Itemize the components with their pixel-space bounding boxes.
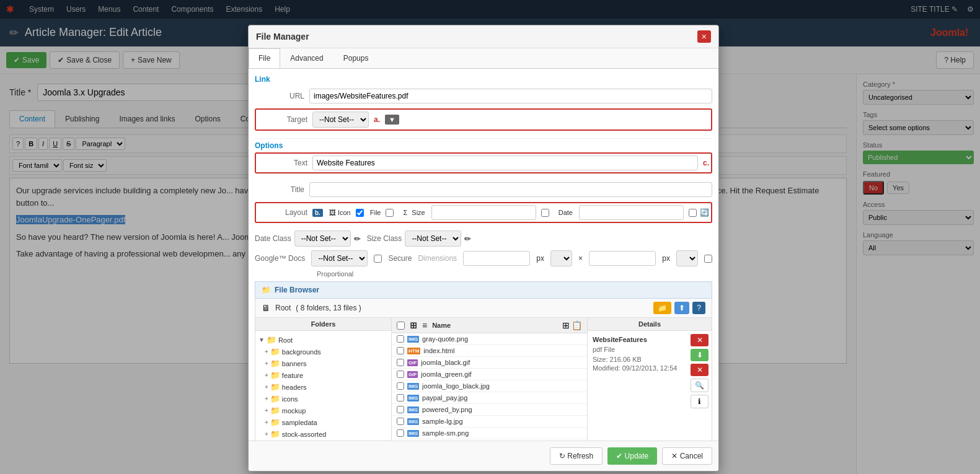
files-panel: ⊞ ≡ Name ⊞ 📋 IMG gray-quote.png xyxy=(392,318,588,441)
secure-checkbox[interactable] xyxy=(374,255,382,263)
layout-icon-btn-1[interactable]: 🔄 xyxy=(700,208,709,217)
list-item[interactable]: IMG gray-quote.png xyxy=(392,333,587,345)
list-item[interactable]: + 📁 sampledata xyxy=(258,416,388,428)
secure-label: Secure xyxy=(388,254,412,263)
select-all-checkbox[interactable] xyxy=(397,322,405,330)
file-browser-header[interactable]: 📁 File Browser xyxy=(255,281,712,299)
list-item[interactable]: + 📁 icons xyxy=(258,393,388,405)
dim-h-input[interactable] xyxy=(589,251,656,266)
file-name: sample-lg.jpg xyxy=(422,418,582,425)
file-checkbox[interactable] xyxy=(397,429,404,437)
date-section-label: Date xyxy=(558,209,573,216)
details-size: Size: 216.06 KB xyxy=(593,356,682,363)
size-class-select[interactable]: --Not Set-- xyxy=(405,230,461,247)
folder-icon: 📁 xyxy=(270,359,280,368)
px-label-1: px xyxy=(536,254,544,263)
list-item[interactable]: IMG sample-sm.png xyxy=(392,428,587,439)
options-section-header[interactable]: Options xyxy=(255,138,712,152)
file-checkbox[interactable] xyxy=(397,418,404,425)
file-checkbox[interactable] xyxy=(397,406,404,413)
modal-footer: ↻ Refresh ✔ Update ✕ Cancel xyxy=(249,441,718,471)
refresh-icon: ↻ xyxy=(559,452,565,460)
file-icon-btn[interactable]: ⊞ xyxy=(562,320,570,330)
google-secure-row: Google™ Docs --Not Set-- Secure Dimensio… xyxy=(255,250,712,266)
proportional-checkbox[interactable] xyxy=(704,255,712,263)
link-section-header[interactable]: Link xyxy=(255,75,712,84)
size-class-label: Size Class xyxy=(367,234,402,243)
dim-w-input[interactable] xyxy=(463,251,530,266)
folder-name: backgrounds xyxy=(282,348,321,356)
list-item[interactable]: GIF joomla_black.gif xyxy=(392,357,587,369)
size-checkbox[interactable] xyxy=(541,209,549,217)
list-item[interactable]: IMG paypal_pay.jpg xyxy=(392,392,587,404)
list-item[interactable]: IMG sample-lg.jpg xyxy=(392,416,587,428)
list-item[interactable]: GIF joomla_green.gif xyxy=(392,369,587,380)
file-checkbox[interactable] xyxy=(397,394,404,402)
folders-panel: Folders ▼ 📁 Root + 📁 backgrounds xyxy=(255,318,392,441)
modal-tab-popups[interactable]: Popups xyxy=(333,48,379,68)
modal-header: File Manager × xyxy=(249,25,718,48)
list-item[interactable]: + 📁 stock-assorted xyxy=(258,428,388,440)
details-modified: Modified: 09/12/2013, 12:54 xyxy=(593,364,682,372)
target-row-wrapper: Target --Not Set-- a. ▼ xyxy=(255,108,712,134)
list-item[interactable]: IMG trustwave seal.jpg xyxy=(392,439,587,441)
file-checkbox[interactable] xyxy=(397,335,404,343)
details-content: WebsiteFeatures pdf File Size: 216.06 KB… xyxy=(588,331,687,411)
folder-root[interactable]: ▼ 📁 Root xyxy=(258,334,388,346)
list-item[interactable]: + 📁 backgrounds xyxy=(258,346,388,358)
list-item[interactable]: + 📁 banners xyxy=(258,358,388,369)
size-input[interactable] xyxy=(431,205,536,220)
file-checkbox[interactable] xyxy=(397,382,404,390)
modal-tab-advanced[interactable]: Advanced xyxy=(280,48,333,68)
path-home-btn[interactable]: 🖥 xyxy=(262,303,270,313)
search-btn[interactable]: 🔍 xyxy=(691,379,709,392)
file-checkbox[interactable] xyxy=(397,347,404,354)
target-select[interactable]: --Not Set-- xyxy=(312,112,369,128)
delete-btn[interactable]: ✕ xyxy=(691,334,709,346)
folder-name: stock-assorted xyxy=(282,431,327,438)
file-browser-label: File Browser xyxy=(275,286,319,294)
refresh-button[interactable]: ↻ Refresh xyxy=(550,447,603,465)
layout-label: Layout xyxy=(258,208,307,217)
info-btn[interactable]: ℹ xyxy=(691,395,709,408)
modal-tab-file[interactable]: File xyxy=(249,48,280,68)
file-checkbox[interactable] xyxy=(397,371,404,378)
list-item[interactable]: IMG powered_by.png xyxy=(392,404,587,416)
size-class-edit-btn[interactable]: ✏ xyxy=(464,234,471,244)
folder-icon: 📁 xyxy=(270,394,280,403)
date-checkbox[interactable] xyxy=(689,209,697,217)
list-item[interactable]: + 📁 headers xyxy=(258,381,388,393)
list-item[interactable]: IMG joomla_logo_black.jpg xyxy=(392,380,587,392)
folders-header: Folders xyxy=(255,318,391,331)
list-item[interactable]: HTM index.html xyxy=(392,345,587,357)
dim-w-unit-select[interactable]: ▼ xyxy=(550,250,572,266)
google-docs-select[interactable]: --Not Set-- xyxy=(311,250,368,266)
size-class-group: Size Class --Not Set-- ✏ xyxy=(367,230,472,247)
path-info: ( 8 folders, 13 files ) xyxy=(296,304,361,312)
text-checkbox[interactable] xyxy=(386,209,394,217)
list-item[interactable]: + 📁 mockup xyxy=(258,405,388,416)
img-icon: IMG xyxy=(407,383,419,390)
text-input[interactable] xyxy=(312,156,698,170)
date-input[interactable] xyxy=(579,205,684,220)
file-name: joomla_logo_black.jpg xyxy=(422,382,582,390)
dim-h-unit-select[interactable]: ▼ xyxy=(676,250,698,266)
remove-btn[interactable]: ✕ xyxy=(691,364,709,376)
download-btn[interactable]: ⬇ xyxy=(691,349,709,361)
target-dropdown-btn[interactable]: ▼ xyxy=(385,115,399,125)
file-checkbox[interactable] xyxy=(397,359,404,366)
url-input[interactable] xyxy=(309,89,712,103)
help-browser-btn[interactable]: ? xyxy=(692,302,705,314)
upload-btn[interactable]: ⬆ xyxy=(674,302,689,314)
modal-close-button[interactable]: × xyxy=(697,30,711,43)
list-item[interactable]: + 📁 feature xyxy=(258,369,388,381)
date-class-edit-btn[interactable]: ✏ xyxy=(354,234,361,244)
file-list-btn[interactable]: 📋 xyxy=(572,320,582,330)
update-button[interactable]: ✔ Update xyxy=(607,447,657,465)
title-form-input[interactable] xyxy=(309,182,712,197)
cancel-button[interactable]: ✕ Cancel xyxy=(662,447,712,465)
gif-icon: GIF xyxy=(407,359,418,366)
icon-checkbox[interactable] xyxy=(356,209,364,217)
new-folder-btn[interactable]: 📁 xyxy=(653,302,671,314)
date-class-select[interactable]: --Not Set-- xyxy=(294,230,351,247)
